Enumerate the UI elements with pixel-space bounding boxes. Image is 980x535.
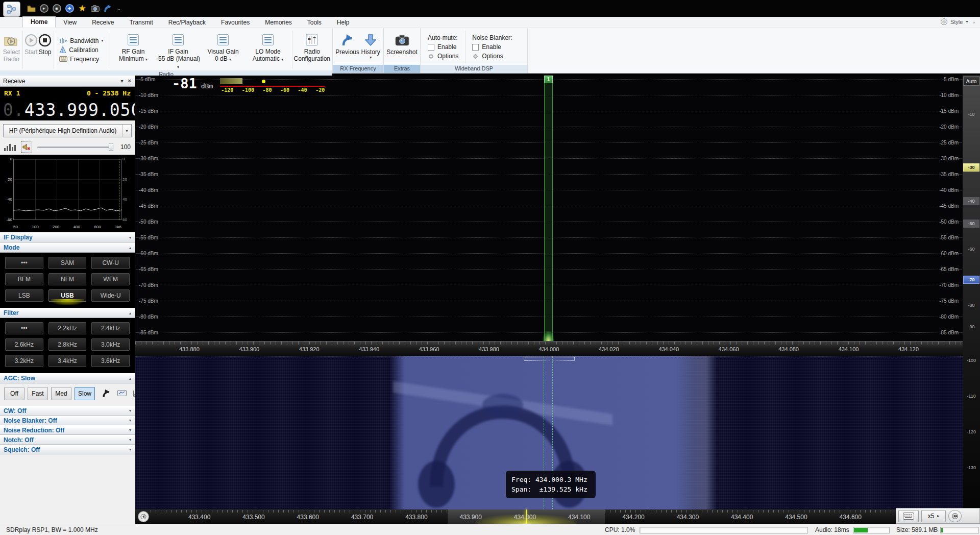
shift-right-button[interactable]: [948, 510, 962, 522]
range-strip-label[interactable]: -80: [963, 301, 979, 309]
range-strip-label[interactable]: -40: [963, 197, 979, 205]
add-radio-icon[interactable]: +: [65, 4, 74, 13]
noise-blanker-options-button[interactable]: Options: [472, 53, 512, 60]
panel-collapse-arrow-icon[interactable]: ▾: [121, 78, 124, 84]
filter-header[interactable]: Filter ▴: [0, 308, 135, 318]
ribbon-tab[interactable]: Home: [22, 16, 56, 28]
keyboard-entry-button[interactable]: [898, 510, 919, 522]
agc-monitor-icon[interactable]: [117, 390, 127, 397]
filter-button[interactable]: •••: [5, 322, 43, 334]
agc-button[interactable]: Med: [51, 387, 71, 400]
range-strip-label[interactable]: -90: [963, 323, 979, 331]
dsp-option-row[interactable]: Noise Blanker: Off ▾: [0, 416, 135, 425]
mode-button[interactable]: •••: [5, 257, 43, 269]
ribbon-tab[interactable]: Tools: [300, 17, 329, 28]
dsp-option-row[interactable]: Notch: Off ▾: [0, 435, 135, 445]
filter-button[interactable]: 3.6kHz: [91, 355, 130, 367]
open-folder-icon[interactable]: [27, 4, 36, 13]
mute-button[interactable]: [21, 141, 32, 153]
audio-device-select[interactable]: HP (Périphérique High Definition Audio) …: [3, 124, 132, 137]
filter-button[interactable]: 3.4kHz: [48, 355, 87, 367]
previous-button[interactable]: Previous: [335, 30, 360, 64]
play-icon[interactable]: ▸: [39, 4, 48, 13]
mode-button[interactable]: SAM: [48, 257, 87, 269]
rx-marker-flag[interactable]: 1: [544, 76, 553, 83]
auto-mute-options-button[interactable]: Options: [428, 53, 458, 60]
frequency-button[interactable]: Frequency: [59, 56, 103, 63]
start-button[interactable]: Start: [24, 30, 38, 70]
equalizer-icon[interactable]: [4, 143, 16, 151]
ribbon-collapse-arrow-icon[interactable]: ⌄: [972, 19, 976, 25]
agc-undo-icon[interactable]: [101, 390, 111, 398]
ribbon-tab[interactable]: Transmit: [122, 17, 161, 28]
mode-button[interactable]: USB: [48, 289, 87, 302]
agc-button[interactable]: Off: [4, 387, 24, 400]
range-strip-label[interactable]: -100: [963, 356, 979, 364]
dsp-option-row[interactable]: Noise Reduction: Off ▾: [0, 425, 135, 435]
agc-button[interactable]: Fast: [28, 387, 48, 400]
ribbon-tab[interactable]: Rec/Playback: [161, 17, 213, 28]
range-strip-label[interactable]: -70: [963, 276, 979, 284]
dsp-option-row[interactable]: CW: Off ▾: [0, 406, 135, 416]
frequency-display[interactable]: 0.433.999.050: [0, 99, 135, 120]
shift-left-button[interactable]: [138, 511, 149, 522]
range-strip-label[interactable]: -50: [963, 220, 979, 228]
spectrum-range-strip[interactable]: Auto -10-30-40-50-60-70-80-90-100-110-12…: [963, 76, 980, 509]
radio-configuration-button[interactable]: Radio Configuration: [294, 30, 330, 70]
range-strip-label[interactable]: -130: [963, 464, 979, 472]
agc-header[interactable]: AGC: Slow ▴: [0, 373, 135, 383]
auto-mute-enable-checkbox[interactable]: Enable: [428, 43, 458, 51]
filter-button[interactable]: 3.2kHz: [5, 355, 43, 367]
waterfall-display[interactable]: Freq: 434.000.3 MHz Span: ±139.525 kHz: [135, 356, 963, 509]
ribbon-tab[interactable]: Memories: [257, 17, 300, 28]
mode-button[interactable]: NFM: [48, 273, 87, 285]
gain-dropdown-button[interactable]: RF Gain Minimum ▾: [111, 30, 156, 70]
gain-dropdown-button[interactable]: IF Gain -55 dB (Manual) ▾: [156, 30, 201, 70]
ribbon-tab[interactable]: Favourites: [213, 17, 257, 28]
bandwidth-button[interactable]: Bandwidth ▾: [59, 37, 103, 44]
panel-close-icon[interactable]: ✕: [128, 78, 132, 84]
agc-button[interactable]: Slow: [75, 387, 95, 400]
screenshot-button[interactable]: Screenshot: [386, 30, 418, 64]
mode-button[interactable]: LSB: [5, 289, 43, 302]
style-menu[interactable]: ◎ Style ▾ ⌄: [941, 18, 976, 25]
customize-toolbar-arrow-icon[interactable]: ⌄: [117, 6, 121, 11]
range-strip-label[interactable]: -60: [963, 245, 979, 253]
band-navigation-bar[interactable]: 433.400433.500433.600433.700433.800433.9…: [135, 509, 980, 524]
ribbon-tab[interactable]: Help: [329, 17, 357, 28]
mode-button[interactable]: BFM: [5, 273, 43, 285]
history-button[interactable]: History ▾: [360, 30, 381, 64]
volume-slider-thumb[interactable]: [109, 143, 113, 151]
filter-button[interactable]: 2.6kHz: [5, 338, 43, 351]
favourites-star-icon[interactable]: ★: [78, 4, 87, 13]
ribbon-tab[interactable]: Receive: [84, 17, 121, 28]
tuned-passband-overlay[interactable]: [544, 76, 553, 341]
range-strip-label[interactable]: -120: [963, 428, 979, 436]
if-display-header[interactable]: IF Display ▾: [0, 232, 135, 242]
zoom-factor-button[interactable]: x5 ▸: [921, 510, 946, 522]
gain-dropdown-button[interactable]: Visual Gain 0 dB ▾: [201, 30, 246, 70]
filter-button[interactable]: 2.2kHz: [48, 322, 87, 334]
auto-range-button[interactable]: Auto: [963, 77, 979, 86]
spectrum-frequency-scale[interactable]: 433.880433.900433.920433.940433.960433.9…: [135, 341, 963, 356]
app-menu-button[interactable]: [3, 2, 20, 17]
gain-dropdown-button[interactable]: LO Mode Automatic ▾: [246, 30, 290, 70]
filter-button[interactable]: 2.4kHz: [91, 322, 130, 334]
undo-icon[interactable]: [103, 4, 112, 13]
mode-header[interactable]: Mode ▴: [0, 242, 135, 253]
stop-icon[interactable]: ■: [52, 4, 61, 13]
volume-slider[interactable]: [37, 142, 113, 152]
select-radio-button[interactable]: Select Radio: [2, 30, 21, 70]
stop-button[interactable]: Stop: [38, 30, 52, 70]
mode-button[interactable]: WFM: [91, 273, 130, 285]
filter-button[interactable]: 2.8kHz: [48, 338, 87, 351]
mode-button[interactable]: CW-U: [91, 257, 130, 269]
spectrum-plot[interactable]: -5 dBm-10 dBm-15 dBm-20 dBm-25 dBm-30 dB…: [135, 76, 963, 341]
calibration-button[interactable]: Calibration: [59, 46, 103, 54]
screenshot-camera-icon[interactable]: [90, 4, 100, 13]
ribbon-tab[interactable]: View: [56, 17, 84, 28]
filter-button[interactable]: 3.0kHz: [91, 338, 130, 351]
range-strip-label[interactable]: -10: [963, 110, 979, 118]
noise-blanker-enable-checkbox[interactable]: Enable: [472, 43, 512, 51]
mode-button[interactable]: Wide-U: [91, 289, 130, 302]
